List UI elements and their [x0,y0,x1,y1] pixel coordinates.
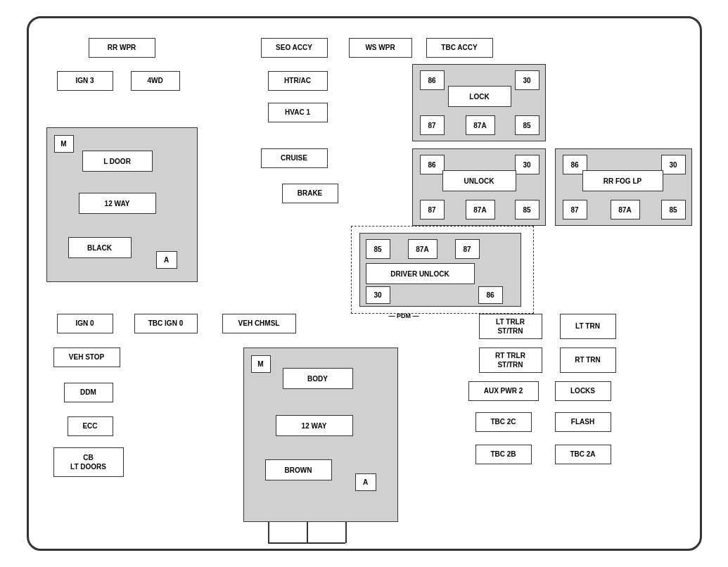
lock-85: 85 [515,115,539,135]
ws-wpr-box: WS WPR [349,38,412,58]
12way-box-body: 12 WAY [276,415,353,436]
fog-87: 87 [563,200,587,219]
ign3-box: IGN 3 [57,71,113,91]
seo-accy-box: SEO ACCY [261,38,328,58]
lock-87: 87 [420,115,445,135]
unlock-87: 87 [420,200,445,219]
brake-box: BRAKE [282,184,338,203]
black-box: BLACK [68,237,132,258]
12way-box-ldoor: 12 WAY [79,193,156,214]
tbc-accy-box: TBC ACCY [426,38,493,58]
rt-trn-box: RT TRN [560,348,616,373]
a-box-ldoor: A [156,251,177,269]
lock-87a: 87A [466,115,495,135]
cb-lt-doors-box: CBLT DOORS [53,447,124,477]
veh-chmsl-box: VEH CHMSL [222,314,296,333]
veh-stop-box: VEH STOP [53,348,120,367]
unlock-label: UNLOCK [442,170,516,191]
cruise-box: CRUISE [261,148,328,168]
fog-87a: 87A [611,200,640,219]
rr-fog-lp-relay-group: 86 30 RR FOG LP 87 87A 85 [555,148,692,226]
ecc-box: ECC [68,416,113,436]
rt-trlr-strn-box: RT TRLRST/TRN [479,348,542,373]
lt-trn-box: LT TRN [560,314,616,339]
a-box-body: A [355,473,376,491]
pdm-group [351,226,534,314]
tbc2b-box: TBC 2B [475,445,532,464]
aux-pwr2-box: AUX PWR 2 [468,381,539,401]
body-connector-left [268,522,269,543]
ldoor-box: L DOOR [82,151,153,172]
tbc2c-box: TBC 2C [475,412,532,432]
ign0-box: IGN 0 [57,314,113,333]
fog-85: 85 [661,200,686,219]
fuse-diagram: RR WPR SEO ACCY WS WPR TBC ACCY IGN 3 4W… [27,16,702,551]
htr-ac-box: HTR/AC [268,71,328,91]
4wd-box: 4WD [131,71,180,91]
locks-box: LOCKS [555,381,611,401]
unlock-87a: 87A [466,200,495,219]
tbc-ign0-box: TBC IGN 0 [134,314,198,333]
fog-30: 30 [661,155,686,174]
body-connector-h [268,542,345,544]
lock-relay-group: 86 30 LOCK 87 87A 85 [412,64,546,141]
brown-box: BROWN [265,459,332,480]
lt-trlr-strn-box: LT TRLRST/TRN [479,314,542,339]
unlock-30: 30 [515,155,539,174]
ldoor-group: M L DOOR 12 WAY BLACK A [46,127,198,282]
lock-label: LOCK [448,86,511,107]
unlock-86: 86 [420,155,445,174]
rr-wpr-box: RR WPR [89,38,155,58]
tbc2a-box: TBC 2A [555,445,611,464]
m-box-ldoor: M [54,135,74,153]
m-box-body: M [251,355,271,373]
hvac1-box: HVAC 1 [268,103,328,122]
fog-label: RR FOG LP [582,170,663,191]
flash-box: FLASH [555,412,611,432]
body-box: BODY [283,368,353,389]
lock-30: 30 [515,70,539,90]
body-group: M BODY 12 WAY BROWN A [243,348,398,522]
body-connector-line [307,522,308,543]
pdm-label: — PDM — [389,312,419,319]
unlock-85: 85 [515,200,539,219]
lock-86: 86 [420,70,445,90]
ddm-box: DDM [64,383,113,402]
body-connector-right [345,522,347,543]
unlock-relay-group: 86 30 UNLOCK 87 87A 85 [412,148,546,226]
